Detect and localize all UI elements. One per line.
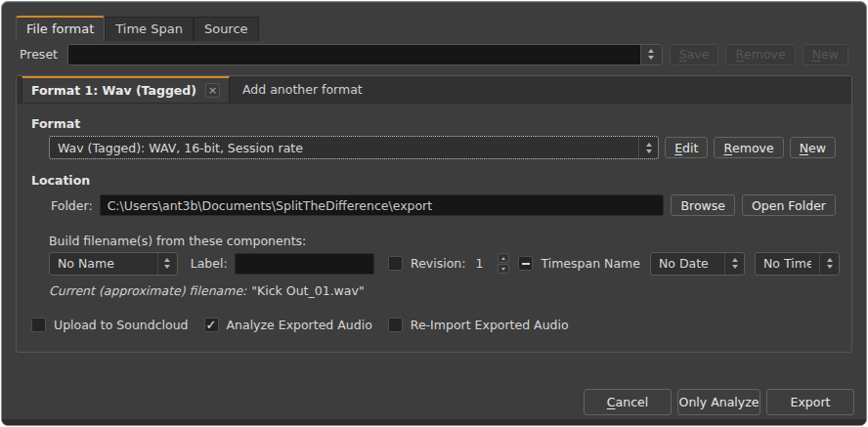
combo-spinner-icon (724, 253, 744, 275)
format-row: Wav (Tagged): WAV, 16-bit, Session rate … (49, 136, 836, 159)
spinner-up-icon[interactable] (498, 253, 509, 263)
spinner-down-icon (732, 265, 738, 269)
revision-value: 1 (475, 256, 483, 271)
cancel-button[interactable]: Cancel (584, 389, 672, 415)
spinner-up-icon (646, 143, 652, 147)
folder-label: Folder: (51, 198, 93, 213)
label-input[interactable] (235, 253, 374, 275)
combo-spinner-icon (157, 253, 177, 275)
spinner-down-icon (646, 149, 652, 153)
format-edit-button[interactable]: Edit (665, 137, 708, 158)
spinner-up-icon (648, 49, 654, 53)
format-heading: Format (31, 116, 80, 131)
browse-button[interactable]: Browse (671, 194, 735, 216)
preset-label: Preset (20, 47, 58, 62)
label-label: Label: (191, 256, 228, 271)
folder-input[interactable]: C:\Users\ant3b\Documents\SplitTheDiffere… (100, 194, 665, 216)
format-new-button[interactable]: New (790, 137, 836, 158)
tab-source[interactable]: Source (194, 17, 259, 41)
export-dialog: File format Time Span Source Preset Save… (1, 1, 867, 426)
spinner-up-icon (732, 258, 738, 262)
tab-file-format[interactable]: File format (16, 16, 105, 41)
combo-spinner-icon (638, 137, 658, 158)
analyze-audio-checkbox[interactable] (204, 318, 219, 332)
format-remove-button[interactable]: Remove (714, 137, 783, 158)
session-name-combo[interactable]: No Name (49, 252, 178, 276)
only-analyze-button[interactable]: Only Analyze (677, 389, 760, 415)
window-bottom-edge (2, 419, 866, 425)
preset-row: Preset Save Remove New (20, 43, 848, 65)
footer-buttons: Cancel Only Analyze Export (584, 389, 854, 415)
options-row: Upload to Soundcloud Analyze Exported Au… (31, 318, 585, 332)
spinner-up-icon (827, 258, 833, 262)
time-format-combo[interactable]: No Time (755, 252, 840, 276)
preset-remove-button[interactable]: Remove (725, 44, 795, 65)
filename-components-row: No Name Label: Revision: 1 Timespan Name (49, 251, 840, 276)
format-notebook: Format 1: Wav (Tagged) × Add another for… (16, 75, 852, 353)
tab-add-another-format[interactable]: Add another format (230, 76, 375, 103)
export-button[interactable]: Export (766, 389, 854, 415)
format-notebook-tabs: Format 1: Wav (Tagged) × Add another for… (17, 76, 851, 104)
revision-spinner[interactable] (498, 253, 509, 274)
upload-soundcloud-label: Upload to Soundcloud (54, 318, 189, 332)
revision-checkbox[interactable] (388, 256, 403, 271)
build-filename-label: Build filename(s) from these components: (49, 234, 306, 248)
preset-combo[interactable] (67, 44, 663, 65)
spinner-down-icon (648, 56, 654, 60)
upload-soundcloud-checkbox[interactable] (31, 318, 46, 332)
spinner-down-icon[interactable] (498, 264, 509, 274)
date-format-combo[interactable]: No Date (650, 252, 745, 276)
open-folder-button[interactable]: Open Folder (742, 194, 836, 216)
tab-time-span[interactable]: Time Span (105, 17, 194, 41)
timespan-name-checkbox[interactable] (518, 256, 533, 271)
current-filename-value: "Kick Out_01.wav" (251, 283, 364, 298)
reimport-audio-checkbox[interactable] (388, 318, 403, 332)
analyze-audio-label: Analyze Exported Audio (227, 318, 372, 332)
preset-value (68, 45, 640, 64)
format-page: Format Wav (Tagged): WAV, 16-bit, Sessio… (17, 104, 851, 356)
close-tab-icon[interactable]: × (205, 83, 220, 98)
upload-soundcloud-option: Upload to Soundcloud (31, 318, 189, 332)
analyze-audio-option: Analyze Exported Audio (204, 318, 372, 332)
dialog-tabs: File format Time Span Source (16, 15, 259, 41)
preset-new-button[interactable]: New (803, 44, 848, 65)
current-filename-label: Current (approximate) filename: (49, 283, 246, 298)
spinner-up-icon (164, 258, 170, 262)
folder-row: Folder: C:\Users\ant3b\Documents\SplitTh… (51, 193, 836, 217)
revision-label: Revision: (411, 256, 465, 271)
location-heading: Location (31, 173, 90, 188)
spinner-down-icon (164, 265, 170, 269)
combo-spinner-icon (819, 253, 839, 275)
combo-spinner-icon[interactable] (640, 45, 662, 64)
tab-format-1[interactable]: Format 1: Wav (Tagged) × (22, 76, 230, 103)
format-combo[interactable]: Wav (Tagged): WAV, 16-bit, Session rate (49, 136, 659, 159)
timespan-name-label: Timespan Name (541, 256, 639, 271)
reimport-audio-label: Re-Import Exported Audio (411, 318, 569, 332)
spinner-down-icon (827, 265, 833, 269)
current-filename-line: Current (approximate) filename: "Kick Ou… (49, 283, 365, 298)
reimport-audio-option: Re-Import Exported Audio (388, 318, 569, 332)
preset-save-button[interactable]: Save (670, 44, 719, 65)
